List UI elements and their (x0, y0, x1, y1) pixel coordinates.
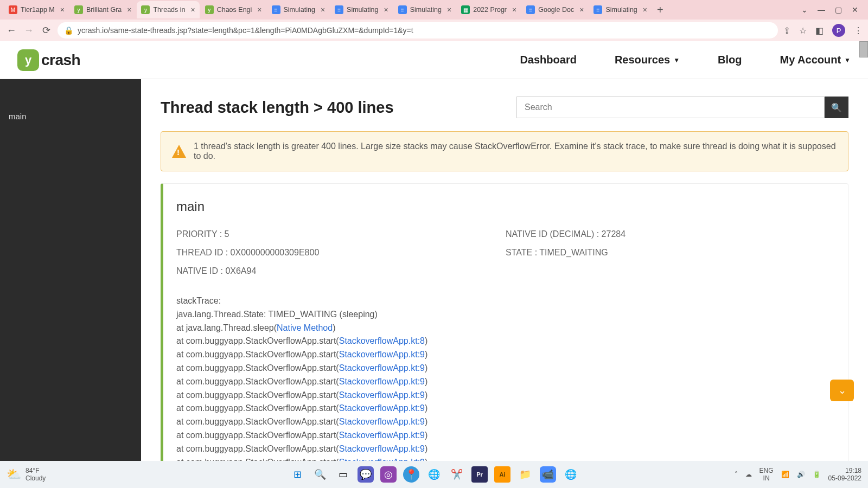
window-controls: ⌄ — ▢ ✕ (801, 5, 864, 14)
maximize-button[interactable]: ▢ (835, 5, 842, 14)
warning-alert: 1 thread's stack length is greater 400 l… (161, 131, 848, 171)
tab-close-icon[interactable]: × (127, 5, 131, 14)
thread-name: main (176, 199, 835, 214)
search-taskbar-icon[interactable]: 🔍 (312, 466, 328, 483)
app-icon[interactable]: 📹 (540, 466, 556, 483)
scroll-down-button[interactable]: ⌄ (830, 380, 854, 401)
browser-tab[interactable]: ≡Simulating× (330, 1, 393, 18)
tab-close-icon[interactable]: × (191, 5, 195, 14)
tab-title: Brilliant Gra (86, 6, 122, 14)
stack-link[interactable]: StackoverflowApp.kt:9 (339, 350, 425, 359)
stack-link[interactable]: StackoverflowApp.kt:9 (339, 363, 425, 373)
language-region: IN (760, 474, 774, 482)
browser-tab[interactable]: yBrilliant Gra× (70, 1, 136, 18)
nav-blog[interactable]: Blog (718, 54, 742, 66)
url-text: ycrash.io/same-state-threads.jsp?state=l… (78, 26, 413, 35)
lock-icon: 🔒 (64, 26, 73, 35)
tab-title: Simulating (605, 6, 637, 14)
vertical-scrollbar[interactable] (859, 41, 868, 57)
share-icon[interactable]: ⇪ (783, 25, 790, 36)
sidebar-item-main[interactable]: main (9, 112, 132, 121)
bookmark-icon[interactable]: ☆ (799, 25, 807, 36)
tab-favicon: ≡ (272, 5, 280, 14)
main-panel: Thread stack length > 400 lines 🔍 1 thre… (141, 79, 868, 461)
profile-avatar[interactable]: P (832, 24, 845, 37)
minimize-button[interactable]: — (818, 5, 825, 14)
stack-link[interactable]: StackoverflowApp.kt:9 (339, 390, 425, 400)
stack-link[interactable]: StackoverflowApp.kt:9 (339, 403, 425, 413)
clock[interactable]: 19:18 05-09-2022 (828, 467, 861, 483)
stack-line: at java.lang.Thread.sleep(Native Method) (176, 322, 835, 335)
app-icon[interactable]: Pr (471, 466, 488, 483)
browser-tab[interactable]: ≡Simulating× (589, 1, 652, 18)
volume-icon[interactable]: 🔊 (797, 471, 805, 478)
app-icon[interactable]: 📍 (403, 466, 419, 483)
stack-line: at com.buggyapp.StackOverflowApp.start(S… (176, 348, 835, 362)
stack-link[interactable]: StackoverflowApp.kt:8 (339, 336, 425, 345)
url-input[interactable]: 🔒 ycrash.io/same-state-threads.jsp?state… (58, 22, 778, 38)
tab-close-icon[interactable]: × (447, 5, 451, 14)
file-explorer-icon[interactable]: 📁 (517, 466, 533, 483)
tab-close-icon[interactable]: × (384, 5, 388, 14)
task-view-icon[interactable]: ▭ (335, 466, 351, 483)
nav-dashboard[interactable]: Dashboard (520, 54, 576, 66)
stack-link[interactable]: StackoverflowApp.kt:9 (339, 444, 425, 453)
language-code[interactable]: ENG (760, 467, 774, 474)
condition: Cloudy (25, 474, 46, 482)
tab-title: Chaos Engi (217, 6, 252, 14)
chrome-icon[interactable]: 🌐 (426, 466, 442, 483)
tab-favicon: ≡ (335, 5, 343, 14)
stack-link[interactable]: StackoverflowApp.kt:9 (339, 417, 425, 426)
tab-close-icon[interactable]: × (512, 5, 516, 14)
tab-close-icon[interactable]: × (257, 5, 261, 14)
nav-my-account[interactable]: My Account▼ (780, 54, 851, 66)
browser-tab[interactable]: yThreads in× (137, 1, 199, 18)
browser-tab[interactable]: MTier1app M× (4, 1, 69, 18)
search-input[interactable] (516, 97, 825, 118)
menu-icon[interactable]: ⋮ (854, 25, 863, 36)
battery-icon[interactable]: 🔋 (813, 471, 821, 478)
stack-line: at com.buggyapp.StackOverflowApp.start(S… (176, 389, 835, 402)
chevron-down-icon: ▼ (673, 56, 680, 64)
app-icon[interactable]: 🌐 (563, 466, 579, 483)
browser-tab[interactable]: ▦2022 Progr× (457, 1, 521, 18)
weather-widget[interactable]: ⛅ 84°F Cloudy (7, 467, 46, 483)
wifi-icon[interactable]: 📶 (781, 471, 789, 478)
dropdown-icon[interactable]: ⌄ (801, 5, 808, 14)
stack-line: at com.buggyapp.StackOverflowApp.start(S… (176, 375, 835, 389)
tab-close-icon[interactable]: × (321, 5, 325, 14)
browser-tab[interactable]: ≡Simulating× (394, 1, 456, 18)
tray-chevron-icon[interactable]: ˄ (735, 471, 738, 478)
logo[interactable]: y crash (17, 49, 80, 71)
app-icon[interactable]: Ai (494, 466, 510, 483)
cloud-icon[interactable]: ☁ (745, 471, 752, 478)
extensions-icon[interactable]: ◧ (815, 25, 824, 36)
header-nav: Dashboard Resources▼ Blog My Account▼ (520, 54, 851, 66)
stack-link[interactable]: StackoverflowApp.kt:9 (339, 377, 425, 386)
new-tab-button[interactable]: + (653, 4, 668, 16)
app-icon[interactable]: ✂️ (449, 466, 465, 483)
warning-icon (172, 145, 186, 158)
stack-link[interactable]: StackoverflowApp.kt:9 (339, 431, 425, 440)
close-window-button[interactable]: ✕ (852, 5, 858, 14)
meta-native-id-decimal: NATIVE ID (DECIMAL) : 27284 (506, 229, 835, 239)
nav-resources[interactable]: Resources▼ (615, 54, 680, 66)
app-icon[interactable]: 💬 (358, 466, 374, 483)
reload-button[interactable]: ⟳ (40, 24, 52, 36)
back-button[interactable]: ← (5, 25, 17, 36)
browser-tab[interactable]: ≡Google Doc× (522, 1, 588, 18)
meta-priority: PRIORITY : 5 (176, 229, 506, 239)
search-button[interactable]: 🔍 (825, 97, 848, 118)
stack-link[interactable]: Native Method (277, 323, 333, 332)
browser-tab[interactable]: ≡Simulating× (267, 1, 330, 18)
start-button[interactable]: ⊞ (289, 466, 305, 483)
tab-close-icon[interactable]: × (60, 5, 65, 14)
page-title: Thread stack length > 400 lines (161, 99, 394, 117)
tab-close-icon[interactable]: × (579, 5, 584, 14)
system-tray: ˄ ☁ ENG IN 📶 🔊 🔋 19:18 05-09-2022 (735, 467, 861, 483)
browser-tab[interactable]: yChaos Engi× (201, 1, 266, 18)
tab-close-icon[interactable]: × (643, 5, 647, 14)
app-icon[interactable]: ◎ (380, 466, 397, 483)
tab-favicon: ▦ (461, 5, 470, 14)
forward-button[interactable]: → (23, 25, 35, 36)
